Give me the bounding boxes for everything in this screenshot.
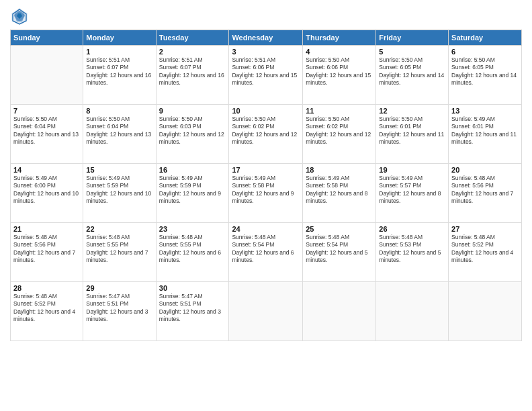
day-cell: 12Sunrise: 5:50 AM Sunset: 6:01 PM Dayli… bbox=[376, 105, 449, 164]
day-number: 7 bbox=[13, 107, 80, 115]
day-info: Sunrise: 5:51 AM Sunset: 6:07 PM Dayligh… bbox=[86, 56, 152, 87]
day-info: Sunrise: 5:48 AM Sunset: 5:54 PM Dayligh… bbox=[306, 234, 373, 265]
day-cell: 30Sunrise: 5:47 AM Sunset: 5:51 PM Dayli… bbox=[156, 282, 229, 341]
weekday-header-row: SundayMondayTuesdayWednesdayThursdayFrid… bbox=[11, 30, 522, 46]
day-info: Sunrise: 5:48 AM Sunset: 5:52 PM Dayligh… bbox=[451, 234, 519, 265]
day-cell: 4Sunrise: 5:50 AM Sunset: 6:06 PM Daylig… bbox=[303, 46, 376, 105]
page: SundayMondayTuesdayWednesdayThursdayFrid… bbox=[0, 0, 532, 411]
day-info: Sunrise: 5:49 AM Sunset: 5:57 PM Dayligh… bbox=[379, 175, 445, 205]
day-info: Sunrise: 5:48 AM Sunset: 5:55 PM Dayligh… bbox=[86, 234, 152, 265]
week-row-3: 14Sunrise: 5:49 AM Sunset: 6:00 PM Dayli… bbox=[11, 164, 522, 223]
day-info: Sunrise: 5:50 AM Sunset: 6:01 PM Dayligh… bbox=[379, 116, 445, 146]
day-number: 11 bbox=[306, 107, 373, 115]
day-number: 19 bbox=[379, 166, 445, 174]
day-info: Sunrise: 5:50 AM Sunset: 6:02 PM Dayligh… bbox=[306, 116, 373, 146]
day-cell bbox=[303, 282, 376, 341]
day-number: 25 bbox=[306, 225, 373, 233]
day-cell: 3Sunrise: 5:51 AM Sunset: 6:06 PM Daylig… bbox=[229, 46, 303, 105]
day-number: 1 bbox=[86, 48, 152, 56]
day-number: 26 bbox=[379, 225, 445, 233]
day-number: 30 bbox=[159, 284, 226, 292]
weekday-header-saturday: Saturday bbox=[449, 30, 522, 46]
weekday-header-tuesday: Tuesday bbox=[156, 30, 229, 46]
day-cell: 28Sunrise: 5:48 AM Sunset: 5:52 PM Dayli… bbox=[11, 282, 83, 341]
day-cell: 18Sunrise: 5:49 AM Sunset: 5:58 PM Dayli… bbox=[303, 164, 376, 223]
header bbox=[10, 7, 522, 26]
day-info: Sunrise: 5:51 AM Sunset: 6:06 PM Dayligh… bbox=[232, 56, 300, 87]
day-number: 21 bbox=[13, 225, 80, 233]
day-cell bbox=[229, 282, 303, 341]
day-number: 9 bbox=[159, 107, 226, 115]
calendar: SundayMondayTuesdayWednesdayThursdayFrid… bbox=[10, 30, 522, 341]
day-number: 8 bbox=[86, 107, 152, 115]
day-info: Sunrise: 5:47 AM Sunset: 5:51 PM Dayligh… bbox=[86, 293, 152, 324]
day-info: Sunrise: 5:49 AM Sunset: 5:59 PM Dayligh… bbox=[86, 175, 152, 205]
weekday-header-friday: Friday bbox=[376, 30, 449, 46]
day-info: Sunrise: 5:49 AM Sunset: 5:58 PM Dayligh… bbox=[306, 175, 373, 205]
day-number: 5 bbox=[379, 48, 445, 56]
day-number: 22 bbox=[86, 225, 152, 233]
day-cell bbox=[11, 46, 83, 105]
day-info: Sunrise: 5:50 AM Sunset: 6:05 PM Dayligh… bbox=[379, 56, 445, 87]
day-cell: 29Sunrise: 5:47 AM Sunset: 5:51 PM Dayli… bbox=[83, 282, 156, 341]
day-number: 17 bbox=[232, 166, 300, 174]
week-row-2: 7Sunrise: 5:50 AM Sunset: 6:04 PM Daylig… bbox=[11, 105, 522, 164]
day-cell: 10Sunrise: 5:50 AM Sunset: 6:02 PM Dayli… bbox=[229, 105, 303, 164]
day-number: 27 bbox=[451, 225, 519, 233]
week-row-4: 21Sunrise: 5:48 AM Sunset: 5:56 PM Dayli… bbox=[11, 223, 522, 282]
day-cell: 11Sunrise: 5:50 AM Sunset: 6:02 PM Dayli… bbox=[303, 105, 376, 164]
day-cell: 9Sunrise: 5:50 AM Sunset: 6:03 PM Daylig… bbox=[156, 105, 229, 164]
day-number: 15 bbox=[86, 166, 152, 174]
weekday-header-thursday: Thursday bbox=[303, 30, 376, 46]
day-number: 4 bbox=[306, 48, 373, 56]
weekday-header-monday: Monday bbox=[83, 30, 156, 46]
day-info: Sunrise: 5:50 AM Sunset: 6:06 PM Dayligh… bbox=[306, 56, 373, 87]
day-cell: 7Sunrise: 5:50 AM Sunset: 6:04 PM Daylig… bbox=[11, 105, 83, 164]
day-number: 10 bbox=[232, 107, 300, 115]
day-cell: 16Sunrise: 5:49 AM Sunset: 5:59 PM Dayli… bbox=[156, 164, 229, 223]
day-number: 29 bbox=[86, 284, 152, 292]
day-number: 20 bbox=[451, 166, 519, 174]
day-cell: 5Sunrise: 5:50 AM Sunset: 6:05 PM Daylig… bbox=[376, 46, 449, 105]
day-number: 16 bbox=[159, 166, 226, 174]
day-cell: 19Sunrise: 5:49 AM Sunset: 5:57 PM Dayli… bbox=[376, 164, 449, 223]
day-cell bbox=[449, 282, 522, 341]
day-info: Sunrise: 5:47 AM Sunset: 5:51 PM Dayligh… bbox=[159, 293, 226, 324]
day-info: Sunrise: 5:49 AM Sunset: 6:00 PM Dayligh… bbox=[13, 175, 80, 205]
week-row-5: 28Sunrise: 5:48 AM Sunset: 5:52 PM Dayli… bbox=[11, 282, 522, 341]
day-cell: 26Sunrise: 5:48 AM Sunset: 5:53 PM Dayli… bbox=[376, 223, 449, 282]
week-row-1: 1Sunrise: 5:51 AM Sunset: 6:07 PM Daylig… bbox=[11, 46, 522, 105]
day-cell: 13Sunrise: 5:49 AM Sunset: 6:01 PM Dayli… bbox=[449, 105, 522, 164]
day-cell bbox=[376, 282, 449, 341]
day-info: Sunrise: 5:50 AM Sunset: 6:04 PM Dayligh… bbox=[13, 116, 80, 146]
day-cell: 24Sunrise: 5:48 AM Sunset: 5:54 PM Dayli… bbox=[229, 223, 303, 282]
day-info: Sunrise: 5:48 AM Sunset: 5:56 PM Dayligh… bbox=[451, 175, 519, 205]
day-cell: 14Sunrise: 5:49 AM Sunset: 6:00 PM Dayli… bbox=[11, 164, 83, 223]
weekday-header-wednesday: Wednesday bbox=[229, 30, 303, 46]
day-number: 23 bbox=[159, 225, 226, 233]
day-info: Sunrise: 5:48 AM Sunset: 5:53 PM Dayligh… bbox=[379, 234, 445, 265]
day-number: 3 bbox=[232, 48, 300, 56]
day-info: Sunrise: 5:50 AM Sunset: 6:05 PM Dayligh… bbox=[451, 56, 519, 87]
day-number: 18 bbox=[306, 166, 373, 174]
day-cell: 17Sunrise: 5:49 AM Sunset: 5:58 PM Dayli… bbox=[229, 164, 303, 223]
day-number: 28 bbox=[13, 284, 80, 292]
logo bbox=[10, 7, 32, 26]
day-number: 2 bbox=[159, 48, 226, 56]
day-number: 14 bbox=[13, 166, 80, 174]
day-number: 13 bbox=[451, 107, 519, 115]
day-info: Sunrise: 5:50 AM Sunset: 6:02 PM Dayligh… bbox=[232, 116, 300, 146]
day-info: Sunrise: 5:49 AM Sunset: 6:01 PM Dayligh… bbox=[451, 116, 519, 146]
day-number: 12 bbox=[379, 107, 445, 115]
day-cell: 20Sunrise: 5:48 AM Sunset: 5:56 PM Dayli… bbox=[449, 164, 522, 223]
logo-icon bbox=[10, 7, 29, 26]
day-cell: 25Sunrise: 5:48 AM Sunset: 5:54 PM Dayli… bbox=[303, 223, 376, 282]
day-cell: 23Sunrise: 5:48 AM Sunset: 5:55 PM Dayli… bbox=[156, 223, 229, 282]
day-cell: 21Sunrise: 5:48 AM Sunset: 5:56 PM Dayli… bbox=[11, 223, 83, 282]
weekday-header-sunday: Sunday bbox=[11, 30, 83, 46]
day-info: Sunrise: 5:51 AM Sunset: 6:07 PM Dayligh… bbox=[159, 56, 226, 87]
day-cell: 1Sunrise: 5:51 AM Sunset: 6:07 PM Daylig… bbox=[83, 46, 156, 105]
day-info: Sunrise: 5:48 AM Sunset: 5:55 PM Dayligh… bbox=[159, 234, 226, 265]
day-info: Sunrise: 5:48 AM Sunset: 5:56 PM Dayligh… bbox=[13, 234, 80, 265]
day-cell: 6Sunrise: 5:50 AM Sunset: 6:05 PM Daylig… bbox=[449, 46, 522, 105]
